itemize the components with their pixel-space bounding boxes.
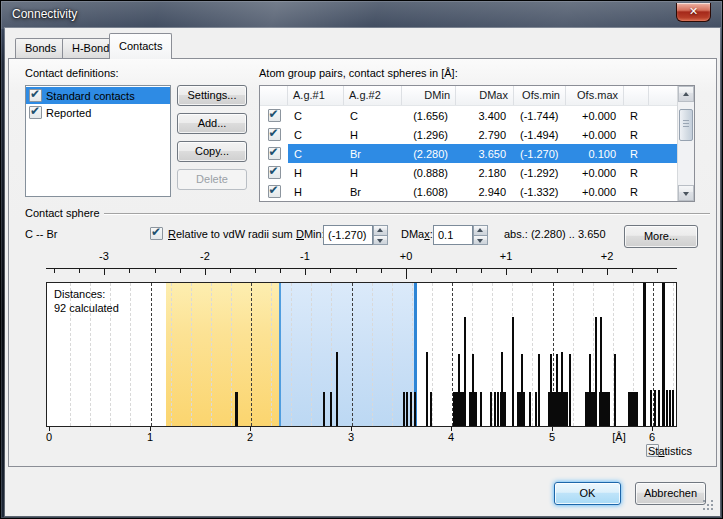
gridline-minor <box>392 283 393 426</box>
statistics-checkbox-label: Statistics <box>648 445 692 457</box>
distances-annotation: Distances:92 calculated <box>54 287 119 315</box>
top-axis-tick <box>230 269 231 273</box>
histogram-bar <box>599 392 610 426</box>
histogram-bar <box>614 354 616 426</box>
histogram-bar <box>403 392 405 426</box>
histogram-bar <box>628 392 636 426</box>
top-axis-tick-label: +2 <box>594 250 620 262</box>
histogram-bar <box>650 390 652 426</box>
gridline-minor <box>372 283 373 426</box>
gridline-integer <box>352 283 353 426</box>
top-axis-tick <box>506 269 507 275</box>
bottom-axis-unit-label: [Å] <box>606 431 632 443</box>
top-axis-tick-label: -1 <box>292 250 318 262</box>
histogram-bar <box>662 283 665 426</box>
histogram-bar <box>535 392 537 426</box>
gridline-minor <box>432 283 433 426</box>
histogram-bar <box>672 390 674 426</box>
top-axis-tick <box>381 269 382 273</box>
ok-button[interactable]: OK <box>554 482 621 505</box>
top-axis-tick-label: +0 <box>393 250 419 262</box>
histogram-bar <box>406 392 408 426</box>
top-axis-tick <box>205 269 206 275</box>
top-axis-tick <box>557 269 558 273</box>
histogram-bar <box>500 392 506 426</box>
histogram-bar <box>497 392 499 426</box>
histogram-bar <box>595 317 597 426</box>
histogram-bar <box>323 392 325 426</box>
gridline-minor <box>130 283 131 426</box>
top-axis-tick <box>255 269 256 273</box>
gridline-minor <box>171 283 172 426</box>
gridline-minor <box>211 283 212 426</box>
top-axis-tick <box>180 269 181 273</box>
histogram-bar <box>410 392 412 426</box>
gridline-minor <box>412 283 413 426</box>
top-axis-tick <box>330 269 331 273</box>
connectivity-dialog: Connectivity ✕ BondsH-BondsContacts Cont… <box>0 0 723 519</box>
top-axis-tick <box>356 269 357 273</box>
bottom-axis-tick-label: 1 <box>137 431 163 443</box>
top-axis-tick <box>79 269 80 273</box>
top-axis-tick <box>632 269 633 273</box>
histogram-bar <box>643 283 646 426</box>
histogram-bar <box>471 392 477 426</box>
bottom-axis-tick-label: 3 <box>338 431 364 443</box>
top-axis-tick <box>456 269 457 273</box>
top-axis-tick <box>280 269 281 273</box>
top-axis-tick <box>406 269 407 279</box>
top-axis-tick <box>431 269 432 273</box>
gridline-minor <box>191 283 192 426</box>
histogram-bar <box>512 317 514 426</box>
histogram-bar <box>557 392 568 426</box>
top-axis-tick <box>531 269 532 273</box>
top-axis-tick <box>155 269 156 273</box>
histogram-bar <box>669 390 671 426</box>
bottom-axis-tick-label: 2 <box>237 431 263 443</box>
gridline-integer <box>151 283 152 426</box>
histogram-bar <box>538 354 540 426</box>
bottom-axis-tick-label: 5 <box>539 431 565 443</box>
top-axis-tick <box>54 269 55 273</box>
gridline-minor <box>271 283 272 426</box>
resize-grip[interactable] <box>703 500 713 510</box>
top-axis-tick-label: -3 <box>91 250 117 262</box>
histogram-bar <box>521 354 523 426</box>
histogram-bar <box>464 317 466 426</box>
top-axis-tick-label: -2 <box>192 250 218 262</box>
histogram: -3-2-1+0+1+2Distances:92 calculated01234… <box>1 1 722 518</box>
region-orange <box>166 283 280 426</box>
histogram-bar <box>666 390 668 426</box>
histogram-bar <box>426 352 428 426</box>
histogram-bar <box>658 390 660 426</box>
histogram-bar <box>480 392 482 426</box>
histogram-bar <box>235 392 238 426</box>
histogram-bar <box>529 392 531 426</box>
top-axis-tick <box>305 269 306 275</box>
top-axis-tick <box>657 269 658 273</box>
histogram-bar <box>654 390 656 426</box>
histogram-bar <box>494 392 496 426</box>
gridline-minor <box>231 283 232 426</box>
histogram-bar <box>330 392 332 426</box>
cancel-button[interactable]: Abbrechen <box>635 482 706 505</box>
histogram-bar <box>430 392 432 426</box>
histogram-plot: Distances:92 calculated <box>46 282 677 427</box>
histogram-bar <box>414 392 416 426</box>
top-axis-tick <box>481 269 482 273</box>
bottom-axis-tick-label: 0 <box>36 431 62 443</box>
top-axis-tick <box>104 269 105 275</box>
histogram-bar <box>336 352 338 426</box>
histogram-bar <box>490 392 492 426</box>
histogram-bar <box>636 392 638 426</box>
gridline-minor <box>532 283 533 426</box>
top-axis-tick-label: +1 <box>493 250 519 262</box>
gridline-minor <box>311 283 312 426</box>
bottom-axis-tick-label: 4 <box>438 431 464 443</box>
gridline-minor <box>492 283 493 426</box>
top-axis-tick <box>129 269 130 273</box>
top-axis-tick <box>582 269 583 273</box>
histogram-bar <box>569 354 571 426</box>
gridline-integer <box>251 283 252 426</box>
gridline-minor <box>291 283 292 426</box>
